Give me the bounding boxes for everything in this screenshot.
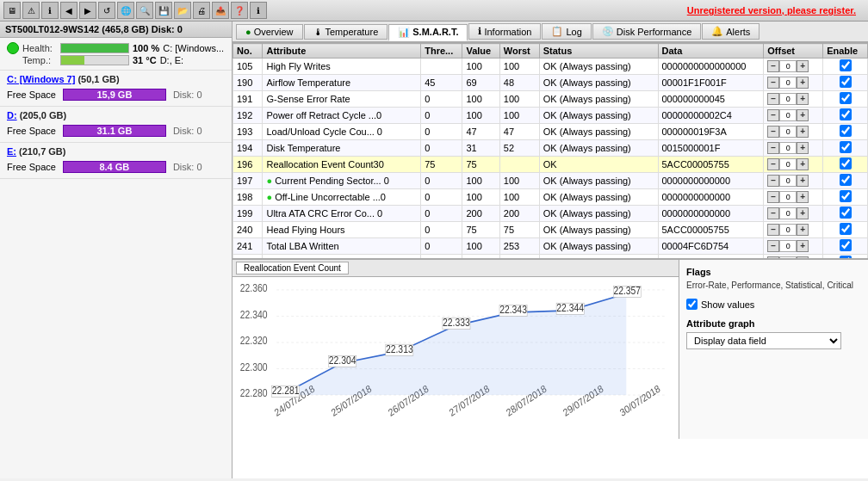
- chart-section: Reallocation Event Count 22.360 22.340 2…: [232, 258, 868, 439]
- drive-d-name[interactable]: D:: [7, 110, 17, 120]
- offset-input[interactable]: [779, 109, 797, 121]
- folder-icon[interactable]: 📂: [174, 2, 191, 19]
- table-row[interactable]: 198● Off-Line Uncorrectable ...00100100O…: [233, 189, 868, 206]
- table-row[interactable]: 240Head Flying Hours07575OK (Always pass…: [233, 222, 868, 238]
- show-values-label[interactable]: Show values: [701, 299, 754, 310]
- enable-checkbox[interactable]: [840, 141, 852, 153]
- print-icon[interactable]: 🖨: [193, 2, 210, 19]
- smart-table-scroll[interactable]: No. Attribute Thre... Value Worst Status…: [232, 43, 868, 258]
- offset-minus-btn[interactable]: −: [767, 207, 779, 219]
- enable-checkbox[interactable]: [840, 157, 852, 170]
- help-icon[interactable]: ❓: [231, 2, 248, 19]
- thermometer-icon: 🌡: [313, 27, 323, 37]
- offset-input[interactable]: [779, 207, 797, 219]
- chart-svg: 22.360 22.340 22.320 22.300 22.280: [236, 281, 675, 435]
- offset-plus-btn[interactable]: +: [797, 240, 809, 252]
- about-icon[interactable]: ℹ: [250, 2, 267, 19]
- offset-plus-btn[interactable]: +: [797, 109, 809, 121]
- offset-plus-btn[interactable]: +: [797, 93, 809, 105]
- search-tb-icon[interactable]: 🔍: [136, 2, 153, 19]
- offset-plus-btn[interactable]: +: [797, 142, 809, 154]
- enable-checkbox[interactable]: [840, 223, 852, 235]
- chart-tab-header: Reallocation Event Count: [232, 260, 679, 277]
- offset-plus-btn[interactable]: +: [797, 126, 809, 138]
- offset-minus-btn[interactable]: −: [767, 77, 779, 89]
- offset-input[interactable]: [779, 240, 797, 252]
- table-row[interactable]: 192Power off Retract Cycle ...00100100OK…: [233, 108, 868, 124]
- drive-e-name[interactable]: E:: [7, 146, 16, 157]
- offset-minus-btn[interactable]: −: [767, 175, 779, 187]
- nav-icon-1[interactable]: ◀: [60, 2, 78, 19]
- enable-checkbox[interactable]: [840, 92, 852, 104]
- offset-minus-btn[interactable]: −: [767, 93, 779, 105]
- offset-minus-btn[interactable]: −: [767, 109, 779, 121]
- offset-plus-btn[interactable]: +: [797, 175, 809, 187]
- offset-minus-btn[interactable]: −: [767, 191, 779, 203]
- enable-checkbox[interactable]: [840, 207, 852, 219]
- offset-plus-btn[interactable]: +: [797, 207, 809, 219]
- offset-input[interactable]: [779, 142, 797, 154]
- table-row[interactable]: 197● Current Pending Sector... 00100100O…: [233, 173, 868, 189]
- offset-minus-btn[interactable]: −: [767, 158, 779, 170]
- info-icon-tb: ℹ: [41, 2, 59, 19]
- offset-input[interactable]: [779, 158, 797, 170]
- show-values-checkbox[interactable]: [686, 299, 698, 310]
- offset-plus-btn[interactable]: +: [797, 191, 809, 203]
- table-row[interactable]: 193Load/Unload Cycle Cou... 004747OK (Al…: [233, 124, 868, 140]
- th-data: Data: [658, 44, 764, 59]
- table-row[interactable]: 105High Fly Writes100100OK (Always passi…: [233, 59, 868, 75]
- offset-input[interactable]: [779, 93, 797, 105]
- health-progress: [60, 43, 129, 53]
- tab-smart[interactable]: 📊 S.M.A.R.T.: [388, 24, 468, 41]
- table-row[interactable]: 190Airflow Temperature456948OK (Always p…: [233, 75, 868, 91]
- offset-minus-btn[interactable]: −: [767, 142, 779, 154]
- tab-alerts[interactable]: 🔔 Alerts: [702, 23, 760, 40]
- svg-text:22.313: 22.313: [386, 343, 413, 355]
- enable-checkbox[interactable]: [840, 239, 852, 251]
- table-row[interactable]: 191G-Sense Error Rate0100100OK (Always p…: [233, 91, 868, 108]
- offset-input[interactable]: [779, 191, 797, 203]
- enable-checkbox[interactable]: [840, 125, 852, 137]
- nav-icon-2[interactable]: ▶: [79, 2, 96, 19]
- offset-plus-btn[interactable]: +: [797, 60, 809, 72]
- offset-input[interactable]: [779, 126, 797, 138]
- offset-plus-btn[interactable]: +: [797, 158, 809, 170]
- tab-disk-performance[interactable]: 💿 Disk Performance: [592, 23, 701, 40]
- smart-table: No. Attribute Thre... Value Worst Status…: [232, 43, 868, 258]
- drive-e-free-row: Free Space 8.4 GB Disk: 0: [7, 159, 225, 175]
- offset-minus-btn[interactable]: −: [767, 224, 779, 236]
- drive-c-name[interactable]: C: [Windows 7]: [7, 74, 75, 84]
- offset-plus-btn[interactable]: +: [797, 77, 809, 89]
- enable-checkbox[interactable]: [840, 190, 852, 202]
- tab-log[interactable]: 📋 Log: [542, 23, 591, 40]
- table-row[interactable]: 199Ultra ATA CRC Error Co... 00200200OK …: [233, 206, 868, 222]
- offset-input[interactable]: [779, 60, 797, 72]
- drive-d-header: D: (205,0 GB): [7, 110, 225, 120]
- globe-icon[interactable]: 🌐: [117, 2, 134, 19]
- nav-icon-3[interactable]: ↺: [98, 2, 115, 19]
- export-icon[interactable]: 📤: [212, 2, 229, 19]
- drive-d-free-row: Free Space 31.1 GB Disk: 0: [7, 123, 225, 139]
- enable-checkbox[interactable]: [840, 174, 852, 186]
- drive-d-free-bar: 31.1 GB: [63, 125, 166, 137]
- svg-text:22.304: 22.304: [329, 355, 356, 366]
- enable-checkbox[interactable]: [840, 76, 852, 88]
- save-icon[interactable]: 💾: [155, 2, 172, 19]
- offset-input[interactable]: [779, 224, 797, 236]
- tab-information[interactable]: ℹ Information: [468, 23, 541, 40]
- offset-input[interactable]: [779, 175, 797, 187]
- tab-overview[interactable]: ● Overview: [236, 24, 303, 40]
- offset-minus-btn[interactable]: −: [767, 60, 779, 72]
- offset-minus-btn[interactable]: −: [767, 126, 779, 138]
- attr-graph-dropdown[interactable]: Display data fieldRaw valueNormalized va…: [686, 332, 841, 349]
- offset-input[interactable]: [779, 77, 797, 89]
- offset-minus-btn[interactable]: −: [767, 240, 779, 252]
- enable-checkbox[interactable]: [840, 108, 852, 120]
- table-row[interactable]: 241Total LBA Written0100253OK (Always pa…: [233, 238, 868, 255]
- table-row[interactable]: 194Disk Temperature03152OK (Always passi…: [233, 140, 868, 157]
- enable-checkbox[interactable]: [840, 59, 852, 71]
- tab-temperature[interactable]: 🌡 Temperature: [304, 24, 388, 40]
- chart-tab-label[interactable]: Reallocation Event Count: [236, 262, 349, 274]
- table-row[interactable]: 196Reallocation Event Count307575OK5ACC0…: [233, 157, 868, 173]
- offset-plus-btn[interactable]: +: [797, 224, 809, 236]
